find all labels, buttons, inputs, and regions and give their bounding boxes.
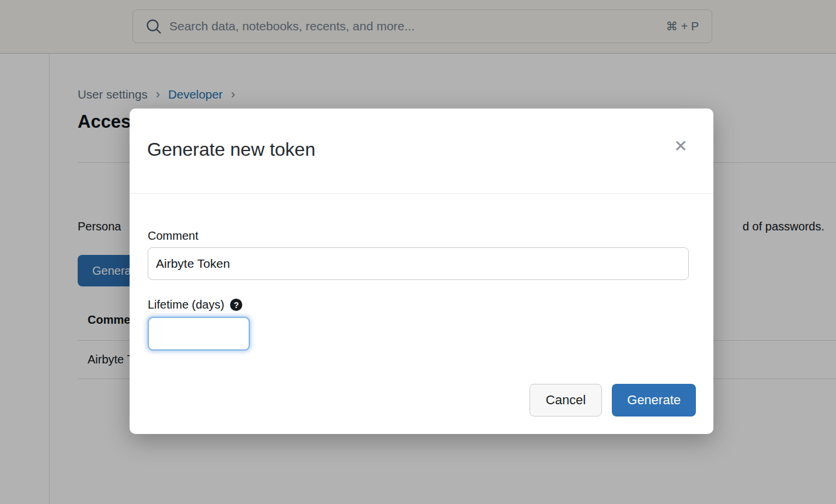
comment-field-label: Comment	[148, 229, 198, 243]
modal-body: Comment Lifetime (days) ? Cancel Generat…	[130, 194, 713, 433]
lifetime-label-row: Lifetime (days) ?	[148, 298, 242, 312]
modal-header: Generate new token ✕	[130, 108, 713, 194]
cancel-button[interactable]: Cancel	[530, 384, 602, 416]
close-icon[interactable]: ✕	[669, 134, 692, 158]
modal-title: Generate new token	[147, 139, 315, 160]
generate-button[interactable]: Generate	[612, 384, 696, 416]
modal-footer: Cancel Generate	[530, 384, 696, 416]
lifetime-field-label: Lifetime (days)	[148, 298, 224, 312]
generate-token-modal: Generate new token ✕ Comment Lifetime (d…	[130, 108, 713, 434]
help-icon[interactable]: ?	[230, 299, 242, 311]
lifetime-input[interactable]	[148, 317, 250, 351]
comment-input[interactable]	[148, 247, 689, 280]
